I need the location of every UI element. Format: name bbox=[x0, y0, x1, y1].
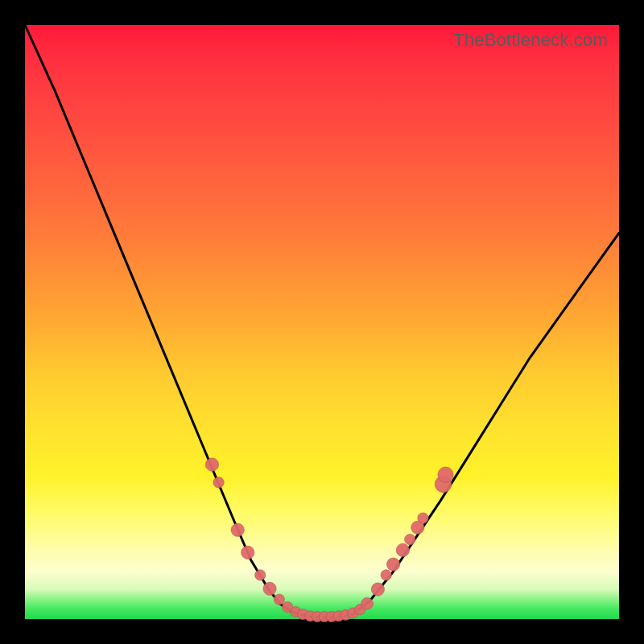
data-marker bbox=[274, 594, 284, 605]
data-marker bbox=[418, 513, 428, 523]
data-marker bbox=[361, 597, 374, 609]
data-marker bbox=[405, 534, 415, 544]
data-marker bbox=[213, 477, 224, 488]
data-marker bbox=[255, 570, 266, 580]
data-marker bbox=[396, 543, 409, 556]
data-marker bbox=[381, 570, 391, 580]
curve-layer bbox=[25, 25, 619, 617]
chart-frame: TheBottleneck.com bbox=[0, 0, 644, 644]
chart-plot-area: TheBottleneck.com bbox=[25, 25, 619, 619]
data-marker bbox=[231, 523, 244, 536]
data-marker bbox=[205, 458, 218, 471]
data-marker bbox=[438, 467, 453, 482]
data-marker bbox=[386, 558, 399, 571]
data-marker bbox=[263, 582, 276, 595]
data-marker bbox=[242, 546, 254, 559]
bottleneck-curve bbox=[25, 25, 619, 617]
data-marker bbox=[371, 583, 384, 596]
chart-svg bbox=[25, 25, 619, 619]
